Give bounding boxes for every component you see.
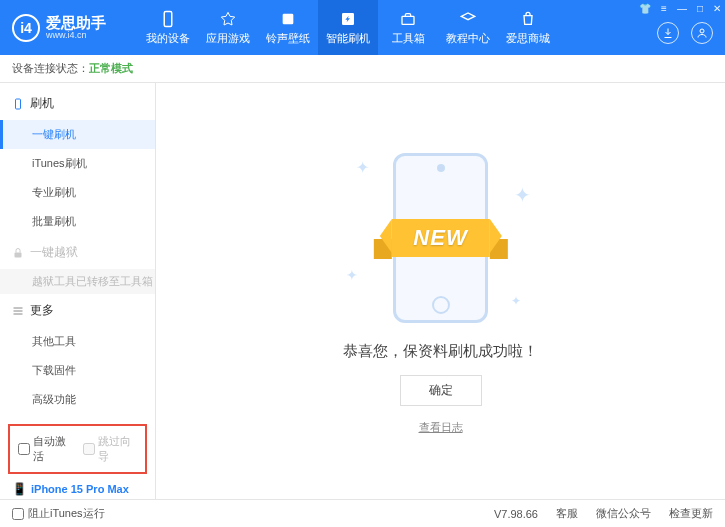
close-icon[interactable]: ✕	[713, 3, 721, 14]
nav-toolbox[interactable]: 工具箱	[378, 0, 438, 55]
version-label: V7.98.66	[494, 508, 538, 520]
device-icon	[159, 10, 177, 28]
nav-ringtones[interactable]: 铃声壁纸	[258, 0, 318, 55]
wechat-link[interactable]: 微信公众号	[596, 506, 651, 521]
menu-icon[interactable]: ≡	[661, 3, 667, 14]
shirt-icon[interactable]: 👕	[639, 3, 651, 14]
sidebar-item-advanced[interactable]: 高级功能	[0, 385, 155, 414]
flash-group-icon	[12, 98, 24, 110]
sidebar-item-oneclick-flash[interactable]: 一键刷机	[0, 120, 155, 149]
svg-rect-6	[15, 252, 22, 257]
maximize-icon[interactable]: □	[697, 3, 703, 14]
user-button[interactable]	[691, 22, 713, 44]
svg-rect-1	[283, 13, 294, 24]
device-name[interactable]: iPhone 15 Pro Max	[12, 482, 143, 496]
success-message: 恭喜您，保资料刷机成功啦！	[343, 342, 538, 361]
device-info: iPhone 15 Pro Max 512GB iPhone	[0, 474, 155, 499]
logo-subtitle: www.i4.cn	[46, 30, 106, 40]
activation-options: 自动激活 跳过向导	[8, 424, 147, 474]
sidebar-item-jailbreak-moved: 越狱工具已转移至工具箱	[0, 269, 155, 294]
nav-tutorials[interactable]: 教程中心	[438, 0, 498, 55]
sidebar-group-flash[interactable]: 刷机	[0, 87, 155, 120]
check-update-link[interactable]: 检查更新	[669, 506, 713, 521]
sidebar-item-batch-flash[interactable]: 批量刷机	[0, 207, 155, 236]
download-button[interactable]	[657, 22, 679, 44]
svg-point-4	[700, 29, 704, 33]
store-icon	[519, 10, 537, 28]
status-bar: 设备连接状态： 正常模式	[0, 55, 725, 83]
more-icon	[12, 305, 24, 317]
logo-title: 爱思助手	[46, 15, 106, 30]
block-itunes-checkbox[interactable]: 阻止iTunes运行	[12, 506, 105, 521]
support-link[interactable]: 客服	[556, 506, 578, 521]
ringtone-icon	[279, 10, 297, 28]
sidebar-item-download-firmware[interactable]: 下载固件	[0, 356, 155, 385]
nav-smart-flash[interactable]: 智能刷机	[318, 0, 378, 55]
sidebar-item-pro-flash[interactable]: 专业刷机	[0, 178, 155, 207]
minimize-icon[interactable]: —	[677, 3, 687, 14]
success-illustration: ✦ ✦ ✦ ✦ NEW	[326, 148, 556, 328]
svg-rect-3	[402, 16, 414, 24]
top-nav: 我的设备 应用游戏 铃声壁纸 智能刷机 工具箱 教程中心 爱思商城	[138, 0, 558, 55]
sidebar: 刷机 一键刷机 iTunes刷机 专业刷机 批量刷机 一键越狱 越狱工具已转移至…	[0, 83, 156, 499]
footer: 阻止iTunes运行 V7.98.66 客服 微信公众号 检查更新	[0, 499, 725, 527]
lock-icon	[12, 247, 24, 259]
tutorial-icon	[459, 10, 477, 28]
toolbox-icon	[399, 10, 417, 28]
skip-guide-checkbox[interactable]: 跳过向导	[83, 434, 138, 464]
flash-icon	[339, 10, 357, 28]
app-header: i4 爱思助手 www.i4.cn 我的设备 应用游戏 铃声壁纸 智能刷机 工具…	[0, 0, 725, 55]
sidebar-item-other-tools[interactable]: 其他工具	[0, 327, 155, 356]
nav-my-device[interactable]: 我的设备	[138, 0, 198, 55]
nav-store[interactable]: 爱思商城	[498, 0, 558, 55]
logo-icon: i4	[12, 14, 40, 42]
nav-apps-games[interactable]: 应用游戏	[198, 0, 258, 55]
status-mode: 正常模式	[89, 61, 133, 76]
auto-activate-checkbox[interactable]: 自动激活	[18, 434, 73, 464]
svg-rect-5	[16, 99, 21, 109]
svg-rect-0	[164, 11, 172, 26]
view-log-link[interactable]: 查看日志	[419, 420, 463, 435]
apps-icon	[219, 10, 237, 28]
window-controls: 👕 ≡ — □ ✕	[639, 3, 721, 14]
sidebar-item-itunes-flash[interactable]: iTunes刷机	[0, 149, 155, 178]
new-ribbon: NEW	[391, 219, 489, 257]
content-area: ✦ ✦ ✦ ✦ NEW 恭喜您，保资料刷机成功啦！ 确定 查看日志	[156, 83, 725, 499]
sidebar-group-jailbreak: 一键越狱	[0, 236, 155, 269]
status-label: 设备连接状态：	[12, 61, 89, 76]
sidebar-group-more[interactable]: 更多	[0, 294, 155, 327]
ok-button[interactable]: 确定	[400, 375, 482, 406]
logo: i4 爱思助手 www.i4.cn	[0, 14, 118, 42]
